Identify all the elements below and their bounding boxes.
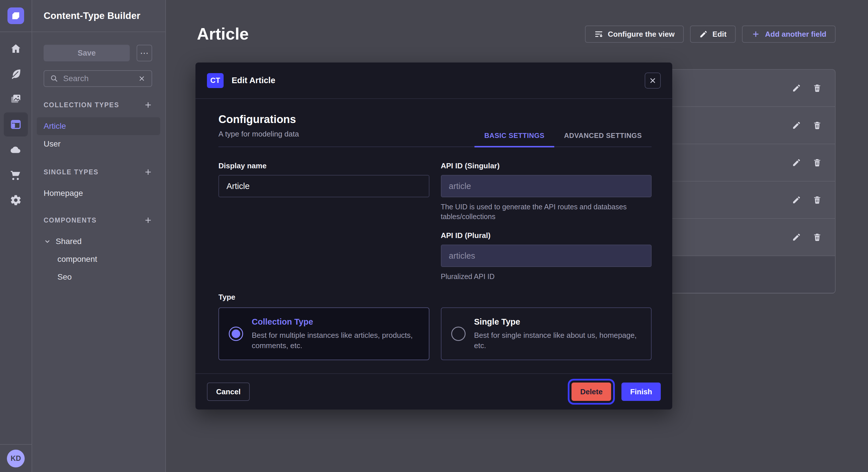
plugin-sidebar: Content-Type Builder Save ⋯ COLLECTION T… <box>32 0 166 472</box>
trash-icon <box>813 121 822 130</box>
plus-icon <box>144 100 153 109</box>
edit-field-button[interactable] <box>792 83 801 93</box>
collection-type-option[interactable]: Collection Type Best for multiple instan… <box>218 307 429 360</box>
api-id-plural-hint: Pluralized API ID <box>441 272 642 281</box>
feather-icon <box>10 68 22 80</box>
close-modal-button[interactable] <box>645 72 661 89</box>
sidebar-item-component[interactable]: component <box>37 250 160 268</box>
settings-tabs: BASIC SETTINGS ADVANCED SETTINGS <box>474 132 652 146</box>
chevron-down-icon <box>43 238 51 245</box>
api-id-singular-hint: The UID is used to generate the API rout… <box>441 202 642 222</box>
delete-field-button[interactable] <box>813 233 822 242</box>
pencil-icon <box>792 83 801 93</box>
add-single-type-button[interactable] <box>144 167 153 177</box>
tab-basic-settings[interactable]: BASIC SETTINGS <box>474 132 554 147</box>
pencil-icon <box>792 233 801 242</box>
configure-view-button[interactable]: Configure the view <box>585 26 684 43</box>
delete-field-button[interactable] <box>813 121 822 130</box>
edit-field-button[interactable] <box>792 195 801 204</box>
pencil-icon <box>792 158 801 167</box>
plus-icon <box>144 216 153 225</box>
nav-home[interactable] <box>0 36 32 61</box>
finish-button[interactable]: Finish <box>621 382 661 401</box>
add-collection-type-button[interactable] <box>144 100 153 109</box>
media-library-icon <box>10 93 22 105</box>
display-name-input[interactable] <box>218 175 429 197</box>
close-icon <box>648 76 657 85</box>
modal-title: Edit Article <box>231 76 275 85</box>
edit-field-button[interactable] <box>792 158 801 167</box>
cloud-icon <box>10 144 22 156</box>
user-avatar[interactable]: KD <box>7 450 25 467</box>
api-id-plural-label: API ID (Plural) <box>441 231 652 240</box>
api-id-singular-label: API ID (Singular) <box>441 162 652 170</box>
clear-search-icon[interactable] <box>138 74 146 82</box>
sidebar-item-article[interactable]: Article <box>37 117 160 135</box>
sidebar-item-seo[interactable]: Seo <box>37 268 160 286</box>
configure-view-icon <box>594 30 603 39</box>
page-title: Article <box>197 24 249 43</box>
configurations-heading: Configurations <box>218 113 299 126</box>
delete-field-button[interactable] <box>813 83 822 93</box>
search-input[interactable] <box>63 74 133 83</box>
nav-content-manager[interactable] <box>0 61 32 87</box>
trash-icon <box>813 195 822 204</box>
edit-field-button[interactable] <box>792 233 801 242</box>
sidebar-item-homepage[interactable]: Homepage <box>37 184 160 202</box>
plus-icon <box>144 167 153 177</box>
edit-field-button[interactable] <box>792 121 801 130</box>
display-name-label: Display name <box>218 162 429 170</box>
home-icon <box>10 43 22 55</box>
sidebar-item-shared-group[interactable]: Shared <box>37 233 160 250</box>
single-type-option[interactable]: Single Type Best for single instance lik… <box>441 307 652 360</box>
pencil-icon <box>792 195 801 204</box>
sidebar-item-user[interactable]: User <box>37 135 160 153</box>
api-id-singular-input[interactable] <box>441 175 652 197</box>
add-another-field-button[interactable]: Add another field <box>742 26 836 43</box>
trash-icon <box>813 158 822 167</box>
plugin-title: Content-Type Builder <box>43 10 141 21</box>
delete-button[interactable]: Delete <box>571 382 611 401</box>
delete-field-button[interactable] <box>813 195 822 204</box>
plus-icon <box>751 30 761 39</box>
trash-icon <box>813 83 822 93</box>
cancel-button[interactable]: Cancel <box>207 382 250 401</box>
cart-icon <box>10 169 22 181</box>
trash-icon <box>813 233 822 242</box>
nav-settings[interactable] <box>0 188 32 213</box>
nav-content-type-builder[interactable] <box>0 112 32 137</box>
nav-releases[interactable] <box>0 137 32 162</box>
nav-media-library[interactable] <box>0 87 32 112</box>
edit-button[interactable]: Edit <box>690 26 736 43</box>
search-icon <box>50 74 59 83</box>
tab-advanced-settings[interactable]: ADVANCED SETTINGS <box>554 132 652 147</box>
content-type-badge: CT <box>207 73 224 88</box>
strapi-logo-icon <box>7 7 24 24</box>
add-component-button[interactable] <box>144 216 153 225</box>
nav-marketplace[interactable] <box>0 162 32 188</box>
section-collection-types: COLLECTION TYPES <box>43 101 119 109</box>
configurations-subtitle: A type for modeling data <box>218 130 299 138</box>
type-label: Type <box>218 293 652 302</box>
strapi-logo[interactable] <box>0 0 32 32</box>
pencil-icon <box>699 30 708 38</box>
delete-field-button[interactable] <box>813 158 822 167</box>
content-type-builder-icon <box>10 119 22 131</box>
radio-unselected-icon <box>451 327 466 341</box>
gear-icon <box>10 194 22 206</box>
strapi-content-type-builder-screen: KD Content-Type Builder Save ⋯ COLLECTIO… <box>0 0 868 472</box>
pencil-icon <box>792 121 801 130</box>
api-id-plural-input[interactable] <box>441 245 652 267</box>
radio-selected-icon <box>229 327 243 341</box>
save-button[interactable]: Save <box>43 45 130 61</box>
section-components: COMPONENTS <box>43 216 97 224</box>
sidebar-search[interactable] <box>43 70 152 87</box>
edit-content-type-modal: CT Edit Article Configurations A type fo… <box>195 63 672 409</box>
section-single-types: SINGLE TYPES <box>43 168 98 176</box>
more-actions-button[interactable]: ⋯ <box>136 45 152 61</box>
main-nav-rail: KD <box>0 0 32 472</box>
